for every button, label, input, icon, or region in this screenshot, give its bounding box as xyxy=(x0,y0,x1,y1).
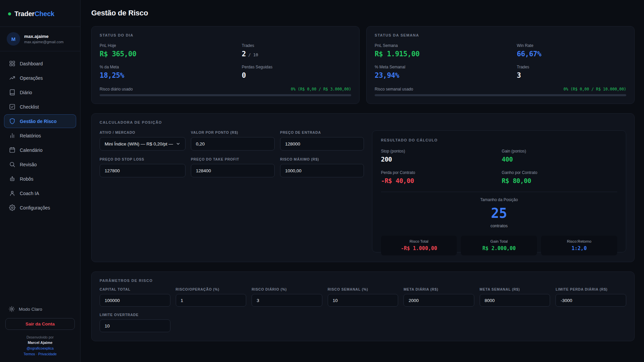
sidebar-item-robos[interactable]: Robôs xyxy=(4,172,76,186)
metric-pnl-semana: PnL Semana R$ 1.915,00 xyxy=(375,43,512,58)
sidebar-item-label: Calendário xyxy=(20,147,43,153)
field-risco-semanal: RISCO SEMANAL (%) xyxy=(328,287,398,307)
status-day-metrics: PnL Hoje R$ 365,00 Trades 2/ 10 % da Met… xyxy=(100,43,351,79)
result-header: RESULTADO DO CÁLCULO xyxy=(381,138,617,142)
metric-pct-meta: % da Meta 18,25% xyxy=(100,65,236,79)
sidebar-item-operacoes[interactable]: Operações xyxy=(4,71,76,85)
user-profile[interactable]: M max.ajaime max.ajaime@gmail.com xyxy=(0,27,80,51)
field-preco-entrada: PREÇO DE ENTRADA xyxy=(280,130,364,150)
main-content: Gestão de Risco STATUS DO DIA PnL Hoje R… xyxy=(80,0,644,362)
daily-goal-input[interactable] xyxy=(404,294,474,307)
result-perda-contrato: Perda por Contrato -R$ 40,00 xyxy=(381,170,496,184)
field-limite-overtrade: LIMITE OVERTRADE xyxy=(100,313,170,332)
sidebar-item-label: Configurações xyxy=(20,205,50,210)
point-value-input[interactable] xyxy=(191,137,275,150)
totals-row: Risco Total -R$ 1.000,00 Gain Total R$ 2… xyxy=(381,236,617,255)
max-risk-input[interactable] xyxy=(280,164,364,177)
sidebar-item-label: Relatórios xyxy=(20,133,41,138)
sidebar-item-label: Gestão de Risco xyxy=(20,119,57,124)
total-capital-input[interactable] xyxy=(100,294,170,307)
trending-up-icon xyxy=(9,75,15,81)
field-risco-diario: RISCO DIÁRIO (%) xyxy=(252,287,322,307)
metric-perdas-seguidas: Perdas Seguidas 0 xyxy=(242,65,351,79)
weekly-risk-input[interactable] xyxy=(328,294,398,307)
sidebar-item-calendario[interactable]: Calendário xyxy=(4,143,76,157)
daily-risk-info: 0% (R$ 0,00 / R$ 3.000,00) xyxy=(291,87,351,92)
person-icon xyxy=(9,190,15,196)
daily-risk-row: Risco diário usado 0% (R$ 0,00 / R$ 3.00… xyxy=(100,87,351,92)
metric-trades-semana: Trades 3 xyxy=(517,65,626,79)
footer-separator: · xyxy=(36,352,38,356)
privacy-link[interactable]: Privacidade xyxy=(38,352,57,356)
sidebar-item-coach-ia[interactable]: Coach IA xyxy=(4,186,76,200)
field-risco-maximo: RISCO MÁXIMO (R$) xyxy=(280,157,364,177)
field-valor-por-ponto: VALOR POR PONTO (R$) xyxy=(191,130,275,150)
total-gain-box: Gain Total R$ 2.000,00 xyxy=(461,236,537,255)
developed-by-label: Desenvolvido por xyxy=(0,335,80,340)
brand-dot-icon xyxy=(8,12,11,15)
sidebar-item-relatorios[interactable]: Relatórios xyxy=(4,129,76,142)
metric-trades-dia: Trades 2/ 10 xyxy=(242,43,351,58)
calculator-body: ATIVO / MERCADO Mini Índice (WIN) — R$ 0… xyxy=(100,130,626,252)
brand-name: TraderCheck xyxy=(14,10,54,18)
logout-button[interactable]: Sair da Conta xyxy=(5,318,75,330)
check-square-icon xyxy=(9,104,15,110)
sidebar-item-dashboard[interactable]: Dashboard xyxy=(4,57,76,70)
calculator-form: ATIVO / MERCADO Mini Índice (WIN) — R$ 0… xyxy=(100,130,364,252)
shield-icon xyxy=(9,118,15,124)
status-week-card: STATUS DA SEMANA PnL Semana R$ 1.915,00 … xyxy=(366,26,635,104)
stop-loss-input[interactable] xyxy=(100,164,185,177)
field-limite-perda-diaria: LIMITE PERDA DIÁRIA (R$) xyxy=(555,287,626,307)
sidebar-item-label: Operações xyxy=(20,75,43,81)
daily-loss-limit-input[interactable] xyxy=(555,294,626,307)
result-gain-pontos: Gain (pontos) 400 xyxy=(502,149,617,163)
field-ativo-mercado: ATIVO / MERCADO Mini Índice (WIN) — R$ 0… xyxy=(100,130,185,150)
sidebar-nav: Dashboard Operações Diário Checklist Ges… xyxy=(0,51,80,221)
sidebar-item-configuracoes[interactable]: Configurações xyxy=(4,201,76,215)
user-info: max.ajaime max.ajaime@gmail.com xyxy=(24,34,64,44)
brand-logo: TraderCheck xyxy=(0,0,80,27)
sun-icon xyxy=(9,306,15,312)
field-meta-diaria: META DIÁRIA (R$) xyxy=(404,287,474,307)
sidebar-item-label: Coach IA xyxy=(20,191,39,196)
field-meta-semanal: META SEMANAL (R$) xyxy=(480,287,550,307)
status-day-card: STATUS DO DIA PnL Hoje R$ 365,00 Trades … xyxy=(91,26,360,104)
total-risk-box: Risco Total -R$ 1.000,00 xyxy=(381,236,457,255)
gear-icon xyxy=(9,204,15,211)
position-size-unit: contratos xyxy=(381,224,617,228)
position-size-block: Tamanho da Posição 25 contratos xyxy=(381,197,617,228)
bar-chart-icon xyxy=(9,132,15,139)
grid-icon xyxy=(9,60,15,67)
terms-link[interactable]: Termos xyxy=(23,352,35,356)
overtrade-limit-input[interactable] xyxy=(100,319,170,332)
result-metrics: Stop (pontos) 200 Gain (pontos) 400 Perd… xyxy=(381,149,617,184)
chevron-down-icon xyxy=(176,141,180,146)
theme-toggle[interactable]: Modo Claro xyxy=(0,303,80,315)
calendar-icon xyxy=(9,147,15,153)
position-size-label: Tamanho da Posição xyxy=(381,197,617,202)
social-handle-link[interactable]: @ograficoexplica xyxy=(26,346,54,350)
metric-win-rate: Win Rate 66,67% xyxy=(517,43,626,58)
daily-risk-input[interactable] xyxy=(252,294,322,307)
daily-risk-progressbar xyxy=(100,94,351,96)
field-risco-operacao: RISCO/OPERAÇÃO (%) xyxy=(176,287,247,307)
sidebar-item-gestao-de-risco[interactable]: Gestão de Risco xyxy=(4,114,76,128)
sidebar-item-revisao[interactable]: Revisão xyxy=(4,158,76,171)
search-icon xyxy=(9,161,15,168)
risk-per-trade-input[interactable] xyxy=(176,294,247,307)
sidebar-item-label: Checklist xyxy=(20,104,39,110)
status-day-header: STATUS DO DIA xyxy=(100,33,351,37)
risk-parameters-card: PARÂMETROS DE RISCO CAPITAL TOTAL RISCO/… xyxy=(91,272,635,341)
asset-select[interactable]: Mini Índice (WIN) — R$ 0,20/pt — xyxy=(100,137,185,150)
weekly-goal-input[interactable] xyxy=(480,294,550,307)
calculation-result-panel: RESULTADO DO CÁLCULO Stop (pontos) 200 G… xyxy=(372,130,626,252)
take-profit-input[interactable] xyxy=(191,164,275,177)
user-email: max.ajaime@gmail.com xyxy=(24,40,64,44)
metric-pct-meta-semanal: % Meta Semanal 23,94% xyxy=(375,65,512,79)
book-icon xyxy=(9,89,15,96)
sidebar-item-diario[interactable]: Diário xyxy=(4,85,76,99)
user-name: max.ajaime xyxy=(24,34,64,39)
sidebar-item-checklist[interactable]: Checklist xyxy=(4,100,76,114)
weekly-risk-progressbar xyxy=(375,94,626,96)
entry-price-input[interactable] xyxy=(280,137,364,150)
